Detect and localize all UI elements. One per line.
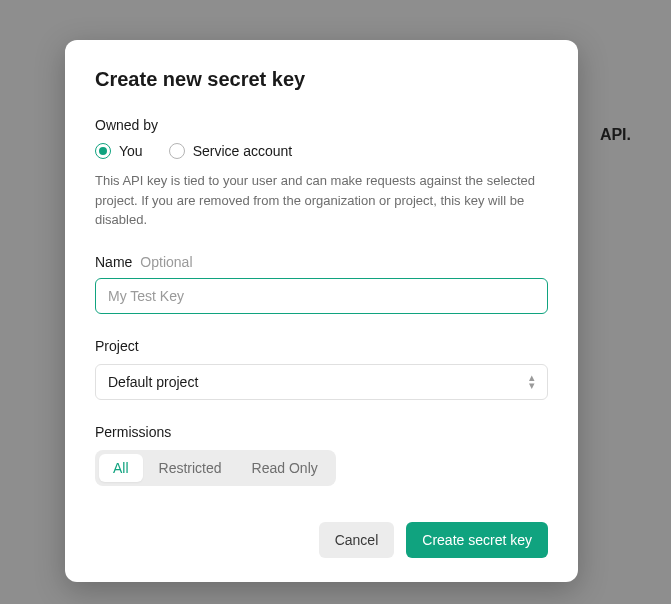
cancel-button[interactable]: Cancel bbox=[319, 522, 395, 558]
project-selected-value: Default project bbox=[108, 374, 198, 390]
permissions-label: Permissions bbox=[95, 424, 548, 440]
project-select[interactable]: Default project ▴▾ bbox=[95, 364, 548, 400]
permissions-read-only-tab[interactable]: Read Only bbox=[238, 454, 332, 482]
radio-icon bbox=[169, 143, 185, 159]
modal-footer-buttons: Cancel Create secret key bbox=[95, 522, 548, 558]
name-field-label: Name bbox=[95, 254, 132, 270]
owned-by-you-radio[interactable]: You bbox=[95, 143, 143, 159]
project-field-label: Project bbox=[95, 338, 548, 354]
permissions-all-tab[interactable]: All bbox=[99, 454, 143, 482]
radio-icon bbox=[95, 143, 111, 159]
create-secret-key-button[interactable]: Create secret key bbox=[406, 522, 548, 558]
owned-by-label: Owned by bbox=[95, 117, 548, 133]
owned-by-description: This API key is tied to your user and ca… bbox=[95, 171, 548, 230]
owned-by-radio-group: You Service account bbox=[95, 143, 548, 159]
owned-by-service-account-radio[interactable]: Service account bbox=[169, 143, 293, 159]
modal-title: Create new secret key bbox=[95, 68, 548, 91]
select-arrows-icon: ▴▾ bbox=[529, 374, 535, 389]
name-field-hint: Optional bbox=[140, 254, 192, 270]
radio-label: Service account bbox=[193, 143, 293, 159]
permissions-segmented-control: All Restricted Read Only bbox=[95, 450, 336, 486]
permissions-restricted-tab[interactable]: Restricted bbox=[145, 454, 236, 482]
background-partial-text: API. bbox=[600, 126, 631, 144]
create-secret-key-modal: Create new secret key Owned by You Servi… bbox=[65, 40, 578, 582]
radio-label: You bbox=[119, 143, 143, 159]
name-input[interactable] bbox=[95, 278, 548, 314]
